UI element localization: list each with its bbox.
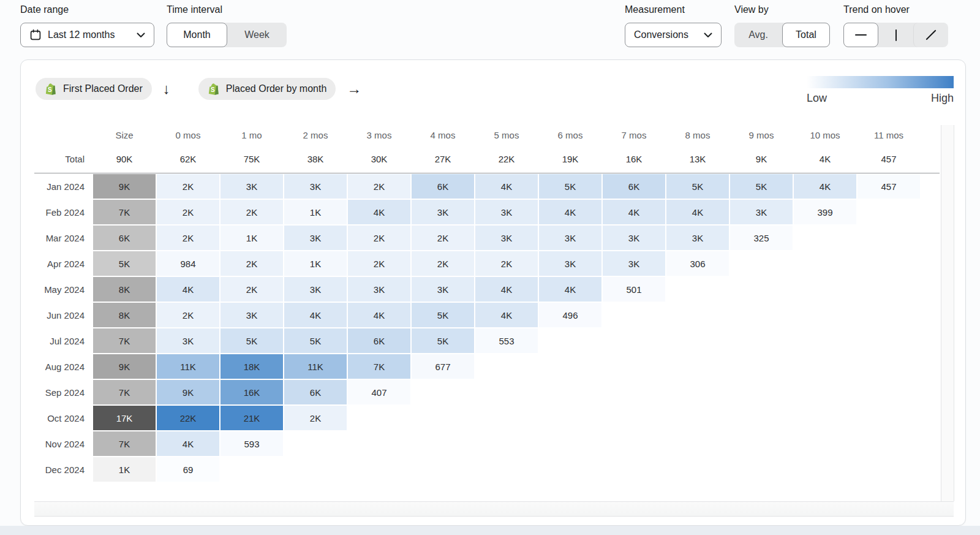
return-event-badge[interactable]: S Placed Order by month <box>198 78 336 100</box>
heatmap-cell[interactable]: 3K <box>538 225 602 251</box>
heatmap-cell[interactable]: 3K <box>602 251 666 276</box>
heatmap-cell[interactable]: 3K <box>284 276 347 302</box>
first-event-badge[interactable]: S First Placed Order <box>36 78 152 100</box>
date-range-button[interactable]: Last 12 months <box>20 23 154 47</box>
heatmap-cell[interactable]: 3K <box>729 199 793 225</box>
heatmap-cell[interactable]: 6K <box>284 379 347 405</box>
measurement-dropdown[interactable]: Conversions <box>625 23 722 47</box>
size-cell[interactable]: 17K <box>92 405 156 431</box>
trend-diagonal-line-button[interactable] <box>913 23 948 47</box>
heatmap-cell[interactable]: 2K <box>156 225 220 251</box>
heatmap-cell[interactable]: 4K <box>666 199 729 225</box>
heatmap-cell[interactable]: 3K <box>538 251 602 276</box>
heatmap-cell[interactable]: 4K <box>347 302 411 328</box>
heatmap-cell[interactable]: 3K <box>602 225 666 251</box>
heatmap-cell[interactable]: 4K <box>284 302 347 328</box>
heatmap-cell[interactable]: 4K <box>475 276 538 302</box>
heatmap-cell[interactable]: 2K <box>347 173 411 199</box>
heatmap-cell[interactable]: 4K <box>538 199 602 225</box>
heatmap-cell[interactable]: 2K <box>284 405 347 431</box>
heatmap-cell[interactable]: 69 <box>156 457 220 482</box>
tab-month[interactable]: Month <box>167 23 227 47</box>
trend-vertical-line-button[interactable] <box>878 23 913 47</box>
heatmap-cell[interactable]: 9K <box>156 379 220 405</box>
heatmap-cell[interactable]: 21K <box>220 405 284 431</box>
heatmap-cell[interactable]: 3K <box>475 225 538 251</box>
heatmap-cell[interactable]: 16K <box>220 379 284 405</box>
heatmap-cell[interactable]: 5K <box>411 302 475 328</box>
heatmap-cell[interactable]: 457 <box>857 173 921 199</box>
heatmap-cell[interactable]: 2K <box>411 225 475 251</box>
size-cell[interactable]: 5K <box>92 251 156 276</box>
heatmap-cell[interactable]: 4K <box>538 276 602 302</box>
heatmap-cell[interactable]: 5K <box>538 173 602 199</box>
size-cell[interactable]: 8K <box>92 302 156 328</box>
heatmap-cell[interactable]: 4K <box>347 199 411 225</box>
heatmap-cell[interactable]: 6K <box>411 173 475 199</box>
tab-avg[interactable]: Avg. <box>734 23 782 47</box>
heatmap-cell[interactable]: 3K <box>220 302 284 328</box>
size-cell[interactable]: 9K <box>92 354 156 379</box>
heatmap-cell[interactable]: 4K <box>475 173 538 199</box>
size-cell[interactable]: 7K <box>92 431 156 457</box>
size-cell[interactable]: 7K <box>92 379 156 405</box>
size-cell[interactable]: 7K <box>92 199 156 225</box>
heatmap-cell[interactable]: 11K <box>284 354 347 379</box>
heatmap-cell[interactable]: 2K <box>347 225 411 251</box>
heatmap-cell[interactable]: 1K <box>284 199 347 225</box>
heatmap-cell[interactable]: 11K <box>156 354 220 379</box>
heatmap-cell[interactable]: 2K <box>156 173 220 199</box>
heatmap-cell[interactable]: 18K <box>220 354 284 379</box>
heatmap-cell[interactable]: 4K <box>793 173 857 199</box>
heatmap-cell[interactable]: 3K <box>475 199 538 225</box>
heatmap-cell[interactable]: 306 <box>666 251 729 276</box>
tab-week[interactable]: Week <box>227 23 287 47</box>
size-cell[interactable]: 1K <box>92 457 156 482</box>
size-cell[interactable]: 8K <box>92 276 156 302</box>
heatmap-cell[interactable]: 2K <box>411 251 475 276</box>
heatmap-cell[interactable]: 5K <box>411 328 475 354</box>
size-cell[interactable]: 9K <box>92 173 156 199</box>
heatmap-cell[interactable]: 5K <box>284 328 347 354</box>
heatmap-cell[interactable]: 6K <box>347 328 411 354</box>
heatmap-cell[interactable]: 3K <box>284 225 347 251</box>
heatmap-cell[interactable]: 2K <box>347 251 411 276</box>
heatmap-cell[interactable]: 3K <box>411 276 475 302</box>
heatmap-cell[interactable]: 3K <box>347 276 411 302</box>
size-cell[interactable]: 6K <box>92 225 156 251</box>
heatmap-cell[interactable]: 2K <box>156 199 220 225</box>
tab-total[interactable]: Total <box>782 23 830 47</box>
heatmap-cell[interactable]: 22K <box>156 405 220 431</box>
heatmap-cell[interactable]: 984 <box>156 251 220 276</box>
heatmap-cell[interactable]: 4K <box>156 276 220 302</box>
heatmap-cell[interactable]: 501 <box>602 276 666 302</box>
size-cell[interactable]: 7K <box>92 328 156 354</box>
heatmap-cell[interactable]: 7K <box>347 354 411 379</box>
heatmap-cell[interactable]: 2K <box>220 251 284 276</box>
heatmap-cell[interactable]: 1K <box>220 225 284 251</box>
heatmap-cell[interactable]: 496 <box>538 302 602 328</box>
heatmap-cell[interactable]: 1K <box>284 251 347 276</box>
heatmap-cell[interactable]: 325 <box>729 225 793 251</box>
heatmap-cell[interactable]: 3K <box>284 173 347 199</box>
horizontal-scrollbar[interactable] <box>34 501 954 517</box>
heatmap-cell[interactable]: 407 <box>347 379 411 405</box>
heatmap-cell[interactable]: 3K <box>666 225 729 251</box>
heatmap-cell[interactable]: 677 <box>411 354 475 379</box>
heatmap-cell[interactable]: 4K <box>475 302 538 328</box>
heatmap-cell[interactable]: 4K <box>602 199 666 225</box>
trend-horizontal-line-button[interactable] <box>843 23 878 47</box>
heatmap-cell[interactable]: 2K <box>156 302 220 328</box>
heatmap-cell[interactable]: 2K <box>220 276 284 302</box>
heatmap-cell[interactable]: 3K <box>220 173 284 199</box>
heatmap-cell[interactable]: 3K <box>411 199 475 225</box>
heatmap-cell[interactable]: 593 <box>220 431 284 457</box>
heatmap-cell[interactable]: 6K <box>602 173 666 199</box>
heatmap-cell[interactable]: 5K <box>220 328 284 354</box>
heatmap-cell[interactable]: 5K <box>729 173 793 199</box>
heatmap-cell[interactable]: 3K <box>156 328 220 354</box>
vertical-scrollbar[interactable] <box>941 125 954 501</box>
heatmap-cell[interactable]: 399 <box>793 199 857 225</box>
heatmap-cell[interactable]: 5K <box>666 173 729 199</box>
heatmap-cell[interactable]: 4K <box>156 431 220 457</box>
